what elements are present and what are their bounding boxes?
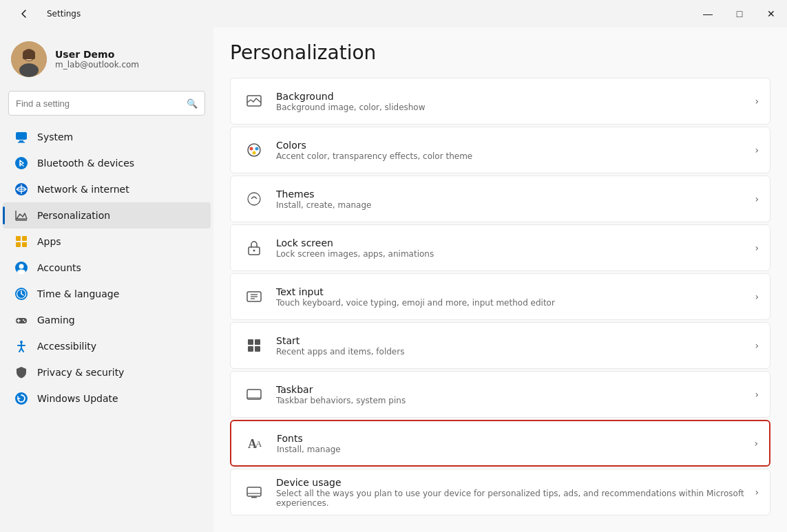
apps-icon (14, 234, 29, 249)
setting-card-deviceusage[interactable]: Device usage Select all the ways you pla… (230, 469, 770, 515)
maximize-button[interactable]: □ (724, 0, 755, 28)
user-info: User Demo m_lab@outlook.com (55, 49, 139, 70)
svg-point-39 (250, 147, 253, 151)
minimize-button[interactable]: — (692, 0, 724, 28)
personalization-icon (14, 208, 29, 223)
start-icon (242, 333, 266, 358)
page-title: Personalization (230, 41, 770, 64)
taskbar-text: Taskbar Taskbar behaviors, system pins (276, 384, 755, 405)
setting-card-colors[interactable]: Colors Accent color, transparency effect… (230, 127, 770, 173)
sidebar-item-gaming[interactable]: Gaming (3, 307, 211, 333)
colors-desc: Accent color, transparency effects, colo… (276, 151, 755, 161)
background-chevron: › (755, 96, 759, 107)
background-text: Background Background image, color, slid… (276, 91, 755, 112)
time-icon (14, 286, 29, 301)
back-button[interactable] (8, 0, 40, 28)
titlebar-title: Settings (47, 9, 81, 19)
user-email: m_lab@outlook.com (55, 60, 139, 70)
colors-chevron: › (755, 145, 759, 156)
taskbar-chevron: › (755, 389, 759, 400)
svg-point-9 (15, 157, 28, 169)
fonts-icon: A A (242, 431, 267, 456)
setting-card-lockscreen[interactable]: Lock screen Lock screen images, apps, an… (230, 224, 770, 271)
settings-list: Background Background image, color, slid… (230, 78, 770, 515)
textinput-icon (242, 284, 266, 309)
textinput-title: Text input (276, 286, 755, 297)
sidebar-item-time-label: Time & language (37, 288, 119, 299)
gaming-icon (14, 312, 29, 328)
svg-rect-16 (22, 236, 27, 241)
svg-point-40 (255, 147, 259, 151)
sidebar: User Demo m_lab@outlook.com 🔍 (0, 28, 213, 532)
fonts-text: Fonts Install, manage (277, 433, 754, 454)
sidebar-item-accounts[interactable]: Accounts (3, 255, 211, 281)
sidebar-item-privacy[interactable]: Privacy & security (3, 359, 211, 385)
deviceusage-title: Device usage (276, 477, 755, 488)
start-desc: Recent apps and items, folders (276, 347, 755, 357)
fonts-title: Fonts (277, 433, 754, 444)
sidebar-item-time[interactable]: Time & language (3, 281, 211, 307)
lockscreen-desc: Lock screen images, apps, animations (276, 249, 755, 259)
setting-card-background[interactable]: Background Background image, color, slid… (230, 78, 770, 125)
setting-card-start[interactable]: Start Recent apps and items, folders › (230, 322, 770, 369)
search-container: 🔍 (0, 91, 213, 124)
themes-text: Themes Install, create, manage (276, 189, 755, 210)
themes-icon (242, 187, 266, 211)
search-box[interactable]: 🔍 (8, 91, 205, 116)
sidebar-nav: System Bluetooth & devices (0, 124, 213, 412)
setting-card-taskbar[interactable]: Taskbar Taskbar behaviors, system pins › (230, 371, 770, 418)
sidebar-item-bluetooth-label: Bluetooth & devices (37, 158, 134, 169)
svg-rect-5 (23, 54, 35, 59)
colors-title: Colors (276, 140, 755, 151)
titlebar-controls: — □ ✕ (692, 0, 787, 28)
sidebar-item-system[interactable]: System (3, 124, 211, 150)
svg-line-35 (21, 348, 23, 352)
svg-point-36 (15, 392, 28, 405)
svg-point-29 (23, 319, 24, 321)
setting-card-themes[interactable]: Themes Install, create, manage › (230, 175, 770, 222)
sidebar-item-accounts-label: Accounts (37, 262, 81, 273)
search-icon: 🔍 (187, 98, 198, 109)
deviceusage-text: Device usage Select all the ways you pla… (276, 477, 755, 508)
svg-rect-48 (248, 339, 253, 345)
svg-point-30 (24, 321, 25, 322)
svg-rect-57 (251, 497, 257, 498)
sidebar-item-personalization[interactable]: Personalization (3, 202, 211, 228)
sidebar-item-apps-label: Apps (37, 236, 61, 247)
themes-desc: Install, create, manage (276, 200, 755, 210)
lockscreen-icon (242, 235, 266, 260)
deviceusage-icon (242, 480, 266, 504)
lockscreen-text: Lock screen Lock screen images, apps, an… (276, 237, 755, 259)
background-title: Background (276, 91, 755, 102)
sidebar-item-apps[interactable]: Apps (3, 228, 211, 255)
accounts-icon (14, 260, 29, 275)
titlebar: Settings — □ ✕ (0, 0, 787, 28)
user-profile[interactable]: User Demo m_lab@outlook.com (0, 33, 213, 91)
background-icon (242, 89, 266, 114)
svg-point-41 (253, 151, 256, 155)
network-icon (14, 182, 29, 197)
textinput-desc: Touch keyboard, voice typing, emoji and … (276, 298, 755, 308)
fonts-desc: Install, manage (277, 445, 754, 454)
sidebar-item-network[interactable]: Network & internet (3, 176, 211, 202)
sidebar-item-bluetooth[interactable]: Bluetooth & devices (3, 150, 211, 176)
setting-card-fonts[interactable]: A A Fonts Install, manage › (230, 420, 770, 467)
svg-point-20 (19, 264, 24, 269)
colors-text: Colors Accent color, transparency effect… (276, 140, 755, 161)
svg-rect-17 (16, 242, 21, 247)
svg-rect-53 (247, 397, 261, 399)
svg-rect-18 (22, 242, 27, 247)
taskbar-icon (242, 382, 266, 407)
close-button[interactable]: ✕ (755, 0, 787, 28)
textinput-chevron: › (755, 291, 759, 302)
svg-rect-50 (248, 346, 253, 352)
svg-point-2 (19, 63, 39, 77)
search-input[interactable] (16, 98, 181, 109)
taskbar-desc: Taskbar behaviors, system pins (276, 396, 755, 405)
svg-point-21 (17, 270, 25, 275)
sidebar-item-accessibility[interactable]: Accessibility (3, 333, 211, 359)
colors-icon (242, 138, 266, 162)
setting-card-textinput[interactable]: Text input Touch keyboard, voice typing,… (230, 273, 770, 320)
sidebar-item-windowsupdate[interactable]: Windows Update (3, 385, 211, 412)
sidebar-item-privacy-label: Privacy & security (37, 367, 124, 378)
